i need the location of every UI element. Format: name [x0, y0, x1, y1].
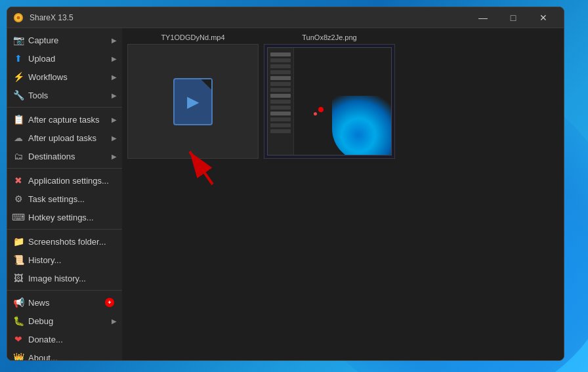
upload-label: Upload — [28, 54, 112, 64]
video-icon: ▶ — [173, 78, 213, 125]
sidebar: 📷 Capture ▶ ⬆ Upload ▶ ⚡ Workflows ▶ 🔧 T… — [7, 28, 122, 360]
sidebar-item-capture[interactable]: 📷 Capture ▶ — [7, 31, 122, 49]
separator-4 — [7, 290, 122, 291]
image-history-icon: 🖼 — [12, 272, 24, 284]
sidebar-item-debug[interactable]: 🐛 Debug ▶ — [7, 312, 122, 330]
hotkey-settings-label: Hotkey settings... — [28, 213, 117, 222]
sidebar-item-workflows[interactable]: ⚡ Workflows ▶ — [7, 68, 122, 86]
sidebar-item-upload[interactable]: ⬆ Upload ▶ — [7, 49, 122, 68]
mini-win11-swirl — [332, 96, 392, 155]
separator-3 — [7, 229, 122, 230]
sidebar-item-about[interactable]: 👑 About... — [7, 348, 122, 360]
video-file-icon: ▶ — [173, 78, 213, 125]
news-label: News — [28, 298, 105, 308]
mini-screenshot — [267, 47, 392, 155]
history-label: History... — [28, 255, 117, 265]
sidebar-item-after-capture[interactable]: 📋 After capture tasks ▶ — [7, 110, 122, 129]
play-icon: ▶ — [187, 93, 199, 111]
png-filename: TunOx8z2Je.png — [302, 33, 356, 41]
screenshots-folder-icon: 📁 — [12, 236, 24, 247]
after-upload-arrow: ▶ — [112, 134, 117, 142]
sidebar-item-task-settings[interactable]: ⚙ Task settings... — [7, 190, 122, 208]
sidebar-item-news[interactable]: 📢 News + — [7, 293, 122, 312]
after-capture-label: After capture tasks — [28, 115, 112, 125]
debug-label: Debug — [28, 316, 112, 326]
video-thumbnail[interactable]: TY1ODGDyNd.mp4 ▶ — [127, 33, 259, 159]
about-icon: 👑 — [12, 352, 24, 360]
after-upload-icon: ☁ — [12, 132, 24, 144]
sidebar-item-destinations[interactable]: 🗂 Destinations ▶ — [7, 147, 122, 165]
maximize-button[interactable]: □ — [498, 7, 528, 28]
sidebar-item-screenshots-folder[interactable]: 📁 Screenshots folder... — [7, 232, 122, 251]
sidebar-item-app-settings[interactable]: ✖ Application settings... — [7, 171, 122, 190]
donate-icon: ❤ — [12, 333, 24, 345]
title-bar: ShareX 13.5 — □ ✕ — [7, 7, 564, 28]
svg-point-2 — [17, 16, 20, 19]
content-area: 📷 Capture ▶ ⬆ Upload ▶ ⚡ Workflows ▶ 🔧 T… — [7, 28, 564, 360]
png-preview — [264, 45, 394, 158]
separator-2 — [7, 168, 122, 169]
window-title: ShareX 13.5 — [30, 13, 468, 22]
sidebar-item-history[interactable]: 📜 History... — [7, 251, 122, 269]
capture-icon: 📷 — [12, 34, 24, 46]
news-icon: 📢 — [12, 297, 24, 308]
close-button[interactable]: ✕ — [528, 7, 558, 28]
about-label: About... — [28, 353, 117, 361]
sidebar-item-donate[interactable]: ❤ Donate... — [7, 330, 122, 348]
after-capture-arrow: ▶ — [112, 116, 117, 123]
app-settings-icon: ✖ — [12, 175, 24, 186]
capture-arrow: ▶ — [112, 37, 117, 44]
task-settings-label: Task settings... — [28, 194, 117, 204]
separator-1 — [7, 107, 122, 108]
tools-arrow: ▶ — [112, 92, 117, 99]
debug-icon: 🐛 — [12, 315, 24, 327]
news-badge: + — [105, 298, 114, 307]
debug-arrow: ▶ — [112, 318, 117, 325]
workflows-label: Workflows — [28, 72, 112, 82]
main-content: TY1ODGDyNd.mp4 ▶ TunOx8z2Je.png — [122, 28, 564, 360]
app-settings-label: Application settings... — [28, 176, 117, 186]
video-filename: TY1ODGDyNd.mp4 — [161, 33, 224, 41]
tools-label: Tools — [28, 91, 112, 100]
app-window: ShareX 13.5 — □ ✕ 📷 Capture ▶ ⬆ Upload ▶… — [7, 7, 564, 361]
minimize-button[interactable]: — — [468, 7, 498, 28]
upload-icon: ⬆ — [12, 52, 24, 64]
app-icon — [12, 12, 24, 24]
mini-sidebar-content — [268, 48, 294, 155]
sidebar-item-image-history[interactable]: 🖼 Image history... — [7, 269, 122, 287]
screenshots-folder-label: Screenshots folder... — [28, 237, 117, 247]
sidebar-item-tools[interactable]: 🔧 Tools ▶ — [7, 86, 122, 104]
mini-content — [294, 48, 391, 155]
after-capture-icon: 📋 — [12, 114, 24, 125]
tools-icon: 🔧 — [12, 89, 24, 101]
after-upload-label: After upload tasks — [28, 133, 112, 143]
destinations-icon: 🗂 — [12, 150, 24, 162]
image-history-label: Image history... — [28, 274, 117, 283]
png-thumb-box — [264, 44, 395, 159]
history-icon: 📜 — [12, 254, 24, 266]
destinations-arrow: ▶ — [112, 153, 117, 160]
upload-arrow: ▶ — [112, 55, 117, 62]
sidebar-item-after-upload[interactable]: ☁ After upload tasks ▶ — [7, 129, 122, 147]
sidebar-item-hotkey-settings[interactable]: ⌨ Hotkey settings... — [7, 208, 122, 226]
donate-label: Donate... — [28, 335, 117, 344]
capture-label: Capture — [28, 35, 112, 45]
workflows-arrow: ▶ — [112, 73, 117, 81]
window-controls: — □ ✕ — [468, 7, 558, 28]
video-thumb-box: ▶ — [127, 44, 259, 159]
task-settings-icon: ⚙ — [12, 193, 24, 205]
destinations-label: Destinations — [28, 152, 112, 161]
workflows-icon: ⚡ — [12, 71, 24, 83]
hotkey-settings-icon: ⌨ — [12, 211, 24, 223]
png-thumbnail[interactable]: TunOx8z2Je.png — [264, 33, 395, 159]
